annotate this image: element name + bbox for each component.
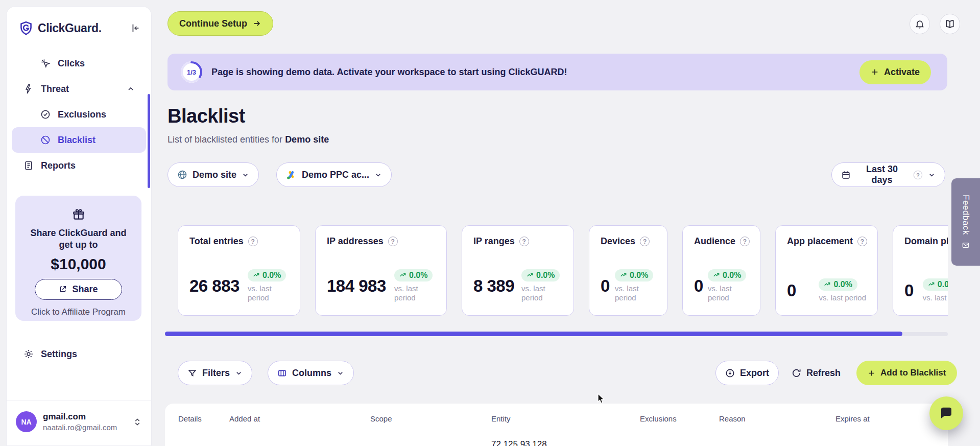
columns-label: Columns (292, 368, 331, 379)
settings-label: Settings (41, 349, 77, 360)
demo-banner: 1/3 Page is showing demo data. Activate … (168, 54, 947, 90)
trend-badge: 0.0% (394, 269, 433, 281)
stat-label: Total entries (189, 236, 244, 247)
banner-message: Page is showing demo data. Activate your… (211, 67, 567, 78)
stat-card-devices: Devices 0 0.0% vs. last period (589, 225, 667, 316)
filter-icon (187, 368, 197, 378)
export-button[interactable]: Export (715, 361, 779, 385)
row-entity: 72.125.93.128 (491, 439, 640, 446)
export-label: Export (740, 368, 769, 379)
continue-setup-label: Continue Setup (179, 18, 247, 29)
share-button[interactable]: Share (35, 279, 122, 300)
sidebar-item-settings[interactable]: Settings (12, 341, 146, 367)
help-icon[interactable] (388, 237, 398, 246)
sidebar-item-reports[interactable]: Reports (12, 153, 146, 178)
sidebar-item-threat[interactable]: Threat (12, 76, 146, 102)
refresh-label: Refresh (806, 368, 841, 379)
user-name: gmail.com (43, 412, 117, 422)
cursor-click-icon (40, 58, 51, 68)
help-icon[interactable] (640, 237, 650, 246)
stat-value: 0 (601, 276, 610, 296)
share-label: Share (72, 284, 98, 295)
stat-card-audience: Audience 0 0.0% vs. last period (682, 225, 760, 316)
mouse-cursor (595, 392, 607, 405)
help-icon[interactable] (248, 237, 258, 246)
sidebar-item-exclusions[interactable]: Exclusions (12, 102, 146, 127)
page-subtitle: List of blacklisted entities for Demo si… (168, 134, 329, 145)
stat-caption: vs. last period (708, 284, 749, 303)
trend-up-icon (527, 272, 534, 279)
threat-icon (23, 84, 34, 94)
stats-scrollbar-thumb[interactable] (165, 332, 902, 336)
col-reason: Reason (719, 414, 835, 423)
page-title: Blacklist (168, 105, 245, 127)
trend-badge: 0.0% (819, 278, 857, 291)
site-selector-value: Demo site (193, 170, 236, 180)
user-menu[interactable]: NA gmail.com naatali.ro@gmail.com (7, 401, 151, 445)
table-header-row: Details Added at Scope Entity Exclusions… (165, 404, 948, 434)
trend-badge: 0.0% (248, 269, 286, 281)
blacklist-table: Details Added at Scope Entity Exclusions… (165, 404, 948, 446)
stat-card-ip-ranges: IP ranges 8 389 0.0% vs. last period (462, 225, 574, 316)
trend-up-icon (253, 272, 260, 279)
stat-label: IP addresses (327, 236, 384, 247)
add-to-blacklist-button[interactable]: Add to Blacklist (856, 361, 957, 385)
avatar: NA (16, 411, 37, 432)
promo-text: Share ClickGuard and get up to (23, 227, 133, 251)
stat-card-domain-placement: Domain placement 0 0.0% vs. last period (893, 225, 948, 316)
help-icon[interactable] (519, 237, 529, 246)
stat-caption: vs. last period (521, 284, 562, 303)
ppc-account-selector[interactable]: Demo PPC ac... (276, 162, 392, 187)
sidebar-item-label: Clicks (58, 58, 85, 69)
gear-icon (23, 349, 34, 359)
columns-button[interactable]: Columns (268, 361, 354, 385)
continue-setup-button[interactable]: Continue Setup (168, 11, 273, 36)
feedback-tab[interactable]: Feedback (951, 178, 980, 266)
help-icon[interactable] (740, 237, 750, 246)
stat-label: IP ranges (473, 236, 515, 247)
col-details: Details (178, 414, 229, 423)
calendar-icon (841, 170, 851, 180)
chevron-down-icon (242, 171, 249, 179)
stat-label: Audience (694, 236, 735, 247)
ppc-selector-value: Demo PPC ac... (302, 170, 369, 180)
table-row[interactable]: 72.125.93.128 (165, 434, 948, 446)
plus-icon (871, 68, 879, 76)
sidebar-item-blacklist[interactable]: Blacklist (12, 127, 146, 153)
sidebar-scrollbar-thumb[interactable] (148, 94, 150, 188)
chevron-up-icon (127, 85, 135, 93)
notifications-button[interactable] (910, 14, 930, 34)
stat-value: 0 (694, 276, 703, 296)
site-selector[interactable]: Demo site (168, 162, 259, 187)
globe-icon (177, 170, 187, 180)
chevron-down-icon (928, 171, 936, 179)
help-icon[interactable] (857, 237, 867, 246)
affiliate-link[interactable]: Click to Affiliate Program (23, 307, 133, 317)
stat-value: 26 883 (189, 276, 240, 296)
setup-step: 1/3 (187, 68, 196, 76)
sidebar-collapse-icon[interactable] (130, 22, 141, 34)
refresh-button[interactable]: Refresh (787, 361, 845, 385)
docs-button[interactable] (940, 14, 960, 34)
download-icon (725, 368, 735, 378)
refresh-icon (792, 368, 801, 378)
col-added-at: Added at (229, 414, 370, 423)
stat-caption: vs. last period (394, 284, 435, 303)
sidebar-item-clicks[interactable]: Clicks (12, 51, 146, 76)
date-range-selector[interactable]: Last 30 days (831, 162, 945, 187)
help-icon[interactable] (914, 170, 922, 179)
trend-up-icon (928, 281, 935, 288)
chat-widget-button[interactable] (929, 396, 963, 430)
filters-button[interactable]: Filters (178, 361, 252, 385)
stat-value: 184 983 (327, 276, 386, 296)
envelope-icon (962, 241, 970, 249)
subtitle-text: List of blacklisted entities for (168, 134, 282, 145)
stat-caption: vs. last period (923, 293, 948, 303)
stat-caption: vs. last period (615, 284, 656, 303)
col-scope: Scope (370, 414, 491, 423)
stat-value: 0 (787, 281, 796, 300)
clickguard-logo-icon (19, 21, 33, 35)
sidebar-item-label: Blacklist (58, 135, 95, 146)
sidebar-item-label: Exclusions (58, 109, 106, 120)
activate-button[interactable]: Activate (859, 60, 931, 84)
